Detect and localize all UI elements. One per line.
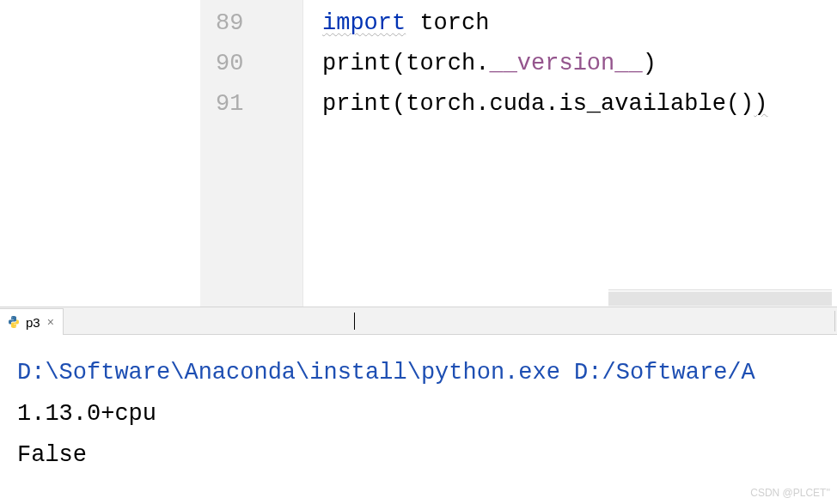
editor-left-margin bbox=[0, 0, 200, 307]
code-editor[interactable]: 899091 import torchprint(torch.__version… bbox=[0, 0, 837, 307]
run-tab[interactable]: p3 × bbox=[0, 308, 64, 335]
watermark: CSDN @PLCET'' bbox=[750, 487, 830, 499]
python-icon bbox=[7, 315, 21, 329]
text-cursor bbox=[354, 313, 355, 330]
console-output[interactable]: D:\Software\Anaconda\install\python.exe … bbox=[0, 335, 837, 476]
code-line[interactable]: print(torch.__version__) bbox=[322, 44, 837, 84]
console-output-line: 1.13.0+cpu bbox=[17, 393, 837, 434]
scrollbar-thumb[interactable] bbox=[608, 292, 832, 306]
horizontal-scrollbar[interactable] bbox=[608, 289, 832, 307]
close-icon[interactable]: × bbox=[47, 315, 54, 329]
code-line[interactable]: print(torch.cuda.is_available()) bbox=[322, 84, 837, 124]
line-number-gutter: 899091 bbox=[200, 0, 303, 307]
run-tab-bar: p3 × bbox=[0, 307, 837, 335]
code-line[interactable]: import torch bbox=[322, 3, 837, 44]
code-content[interactable]: import torchprint(torch.__version__)prin… bbox=[303, 0, 837, 307]
line-number: 89 bbox=[200, 3, 302, 44]
tab-label: p3 bbox=[26, 315, 40, 330]
line-number: 90 bbox=[200, 44, 302, 84]
toolbar-divider bbox=[834, 311, 835, 331]
console-command-line: D:\Software\Anaconda\install\python.exe … bbox=[17, 352, 837, 393]
console-output-line: False bbox=[17, 434, 837, 476]
line-number: 91 bbox=[200, 84, 302, 124]
